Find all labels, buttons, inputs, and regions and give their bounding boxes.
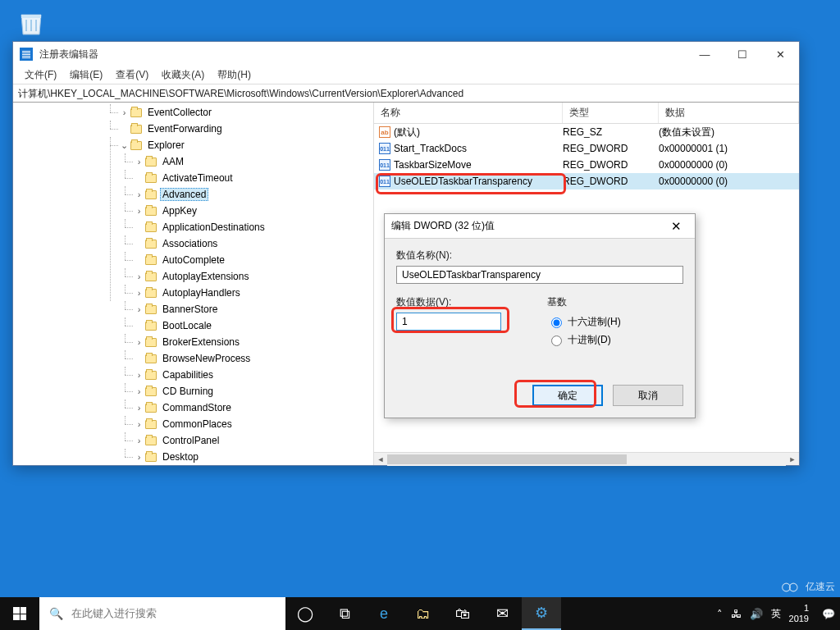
expander-icon[interactable] [135,353,144,362]
menu-help[interactable]: 帮助(H) [211,66,258,84]
tray-chevron-up-icon[interactable]: ˄ [717,608,723,620]
tree-node[interactable]: ›Capabilities [135,367,373,383]
taskbar-regedit-icon[interactable]: ⚙ [522,597,561,630]
tree-node[interactable]: ›CommandStore [135,399,373,416]
tree-node[interactable]: ›AAM [135,153,373,170]
tree-node[interactable]: ApplicationDestinations [135,219,373,235]
scroll-right-icon[interactable]: ► [786,453,799,466]
task-view-icon[interactable]: ⧉ [325,597,364,630]
recycle-bin-icon[interactable] [10,5,52,39]
tree-node[interactable]: ⌄Explorer›AAMActivateTimeout›Advanced›Ap… [120,137,373,465]
taskbar-search[interactable]: 🔍 在此键入进行搜索 [39,597,285,630]
search-icon: 🔍 [49,607,63,620]
dialog-close-icon[interactable]: ✕ [664,219,688,234]
tray-clock[interactable]: 1 2019 [789,603,814,624]
tree-node[interactable]: ›CD Burning [135,383,373,399]
close-button[interactable]: ✕ [761,42,799,66]
store-icon[interactable]: 🛍 [443,597,482,630]
value-name: (默认) [394,126,420,139]
value-name-input[interactable] [396,266,683,284]
folder-icon [145,453,157,462]
cancel-button[interactable]: 取消 [613,385,683,406]
expander-icon[interactable] [135,238,144,247]
expander-icon[interactable]: › [135,273,144,282]
expander-icon[interactable] [135,320,144,329]
expander-icon[interactable] [135,221,144,231]
values-header[interactable]: 名称 类型 数据 [374,103,799,124]
col-name[interactable]: 名称 [374,103,563,123]
tray-network-icon[interactable]: 🖧 [731,608,742,620]
tree-node[interactable]: ›AutoplayHandlers [135,285,373,301]
tree-node[interactable]: BootLocale [135,317,373,334]
horizontal-scrollbar[interactable]: ◄ ► [374,452,799,465]
folder-icon [145,289,157,298]
col-type[interactable]: 类型 [563,103,659,123]
expander-icon[interactable] [135,254,144,263]
expander-icon[interactable]: › [120,109,129,118]
expander-icon[interactable]: ⌄ [120,142,129,151]
tree-node[interactable]: ›BannerStore [135,301,373,317]
scroll-left-icon[interactable]: ◄ [374,453,387,466]
expander-icon[interactable]: › [135,208,144,217]
tree-node[interactable]: ActivateTimeout [135,170,373,186]
edge-icon[interactable]: e [364,597,404,630]
value-name: TaskbarSizeMove [394,159,472,171]
col-data[interactable]: 数据 [659,103,799,123]
cortana-icon[interactable]: ◯ [285,597,325,630]
tree-node[interactable]: ›AutoplayExtensions [135,268,373,285]
tree-node[interactable]: ›EventCollector [120,104,373,121]
tray-ime[interactable]: 英 [771,607,781,621]
file-explorer-icon[interactable]: 🗂 [404,597,443,630]
expander-icon[interactable]: › [135,290,144,299]
value-data-input[interactable] [396,313,501,331]
value-row[interactable]: 011UseOLEDTaskbarTransparencyREG_DWORD0x… [374,173,799,189]
expander-icon[interactable]: › [135,404,144,413]
expander-icon[interactable]: › [135,437,144,446]
menu-view[interactable]: 查看(V) [109,66,155,84]
expander-icon[interactable]: › [135,454,144,463]
registry-tree[interactable]: ›EventCollectorEventForwarding⌄Explorer›… [13,103,374,465]
value-row[interactable]: ab(默认)REG_SZ(数值未设置) [374,124,799,140]
tree-node[interactable]: ›CommonPlaces [135,416,373,432]
start-button[interactable] [0,597,39,630]
tray-volume-icon[interactable]: 🔊 [750,608,763,620]
tree-node[interactable]: ›AppKey [135,203,373,219]
tree-node-label: BootLocale [160,320,214,331]
scroll-thumb[interactable] [387,454,627,464]
mail-icon[interactable]: ✉ [482,597,522,630]
tree-node[interactable]: AutoComplete [135,252,373,268]
expander-icon[interactable] [135,172,144,181]
folder-icon [145,240,157,249]
radio-hex[interactable] [551,317,562,328]
titlebar[interactable]: 注册表编辑器 — ☐ ✕ [13,42,799,66]
address-bar[interactable]: 计算机\HKEY_LOCAL_MACHINE\SOFTWARE\Microsof… [13,84,799,103]
tree-node-label: AutoComplete [160,254,227,266]
minimize-button[interactable]: — [686,42,724,66]
maximize-button[interactable]: ☐ [724,42,761,66]
tree-node[interactable]: ›Advanced [135,186,373,203]
expander-icon[interactable]: › [135,191,144,200]
name-label: 数值名称(N): [396,249,683,262]
expander-icon[interactable]: › [135,339,144,348]
menu-file[interactable]: 文件(F) [18,66,63,84]
tree-node[interactable]: BrowseNewProcess [135,350,373,367]
expander-icon[interactable] [120,123,129,132]
expander-icon[interactable]: › [135,372,144,381]
tree-node[interactable]: ›ControlPanel [135,432,373,449]
taskbar: 🔍 在此键入进行搜索 ◯ ⧉ e 🗂 🛍 ✉ ⚙ ˄ 🖧 🔊 英 1 2019 … [0,597,840,630]
tree-node[interactable]: EventForwarding [120,121,373,137]
value-row[interactable]: 011TaskbarSizeMoveREG_DWORD0x00000000 (0… [374,157,799,173]
value-row[interactable]: 011Start_TrackDocsREG_DWORD0x00000001 (1… [374,140,799,157]
action-center-icon[interactable]: 💬 [822,608,835,620]
ok-button[interactable]: 确定 [532,385,603,406]
menu-edit[interactable]: 编辑(E) [63,66,109,84]
tree-node[interactable]: Associations [135,235,373,252]
expander-icon[interactable]: › [135,421,144,430]
tree-node[interactable]: ›Desktop [135,449,373,465]
expander-icon[interactable]: › [135,306,144,315]
expander-icon[interactable]: › [135,388,144,397]
expander-icon[interactable]: › [135,158,144,167]
tree-node[interactable]: ›BrokerExtensions [135,334,373,350]
menu-favorites[interactable]: 收藏夹(A) [155,66,211,84]
radio-dec[interactable] [551,336,562,346]
